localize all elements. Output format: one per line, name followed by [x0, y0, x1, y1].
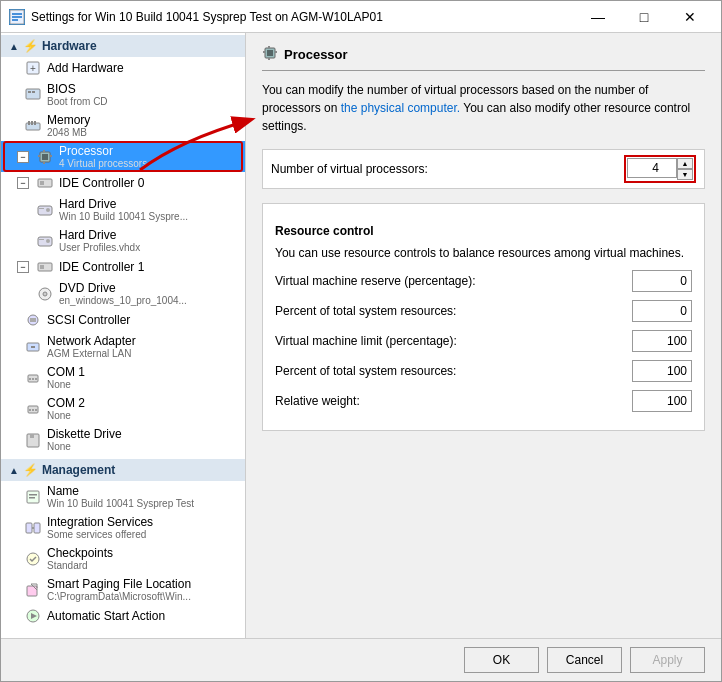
ide1-icon [37, 259, 53, 275]
ide0-icon [37, 175, 53, 191]
sidebar-item-ide0[interactable]: − IDE Controller 0 [1, 172, 245, 194]
management-alert-icon: ⚡ [23, 463, 38, 477]
diskette-label: Diskette Drive [47, 427, 122, 441]
memory-sub: 2048 MB [47, 127, 90, 138]
cancel-button[interactable]: Cancel [547, 647, 622, 673]
ide1-expand-icon[interactable]: − [17, 261, 29, 273]
integration-sub: Some services offered [47, 529, 153, 540]
auto-start-icon [25, 608, 41, 624]
svg-point-30 [43, 292, 47, 296]
name-sub: Win 10 Build 10041 Sysprep Test [47, 498, 194, 509]
svg-point-37 [32, 378, 34, 380]
scsi-label: SCSI Controller [47, 313, 130, 327]
diskette-sub: None [47, 441, 122, 452]
resource-control-desc: You can use resource controls to balance… [275, 246, 692, 260]
smart-paging-icon [25, 582, 41, 598]
virtual-processors-down[interactable]: ▼ [677, 169, 693, 180]
total-reserve-input[interactable] [632, 300, 692, 322]
svg-rect-26 [39, 239, 44, 240]
close-button[interactable]: ✕ [667, 1, 713, 33]
com2-label: COM 2 [47, 396, 85, 410]
relative-weight-input[interactable] [632, 390, 692, 412]
checkpoint-icon [25, 551, 41, 567]
svg-rect-15 [38, 155, 40, 157]
maximize-button[interactable]: □ [621, 1, 667, 33]
sidebar-item-name[interactable]: Name Win 10 Build 10041 Sysprep Test [1, 481, 245, 512]
sidebar-item-com1[interactable]: COM 1 None [1, 362, 245, 393]
com2-sub: None [47, 410, 85, 421]
smart-paging-label: Smart Paging File Location [47, 577, 191, 591]
virtual-processors-spinners: ▲ ▼ [677, 158, 693, 180]
network-label: Network Adapter [47, 334, 136, 348]
integration-label: Integration Services [47, 515, 153, 529]
virtual-processors-highlight: ▲ ▼ [624, 155, 696, 183]
minimize-button[interactable]: — [575, 1, 621, 33]
sidebar-item-com2[interactable]: COM 2 None [1, 393, 245, 424]
sidebar-item-checkpoints[interactable]: Checkpoints Standard [1, 543, 245, 574]
total-reserve-row: Percent of total system resources: [275, 300, 692, 322]
svg-rect-11 [31, 121, 33, 125]
vm-limit-input[interactable] [632, 330, 692, 352]
svg-rect-60 [268, 58, 270, 60]
sidebar-item-hdd2[interactable]: Hard Drive User Profiles.vhdx [1, 225, 245, 256]
diskette-icon [25, 432, 41, 448]
panel-title-bar: Processor [262, 45, 705, 71]
management-group-header: ▲ ⚡ Management [1, 459, 245, 481]
sidebar-item-dvd[interactable]: DVD Drive en_windows_10_pro_1004... [1, 278, 245, 309]
hdd1-icon [37, 202, 53, 218]
total-limit-row: Percent of total system resources: [275, 360, 692, 382]
sidebar-item-network[interactable]: Network Adapter AGM External LAN [1, 331, 245, 362]
hardware-group-header: ▲ ⚡ Hardware [1, 35, 245, 57]
com1-sub: None [47, 379, 85, 390]
virtual-processors-input[interactable] [627, 158, 677, 178]
processor-icon [37, 149, 53, 165]
svg-rect-12 [34, 121, 36, 125]
resource-control-title: Resource control [275, 224, 692, 238]
sidebar-item-scsi[interactable]: SCSI Controller [1, 309, 245, 331]
auto-start-label: Automatic Start Action [47, 609, 165, 623]
sidebar-item-bios[interactable]: BIOS Boot from CD [1, 79, 245, 110]
svg-rect-46 [29, 494, 37, 496]
sidebar-item-integration[interactable]: Integration Services Some services offer… [1, 512, 245, 543]
virtual-processors-label: Number of virtual processors: [271, 162, 624, 176]
apply-button[interactable]: Apply [630, 647, 705, 673]
sidebar-item-auto-start[interactable]: Automatic Start Action [1, 605, 245, 627]
hardware-collapse-icon: ▲ [9, 41, 19, 52]
ide0-label: IDE Controller 0 [59, 176, 144, 190]
total-limit-input[interactable] [632, 360, 692, 382]
sidebar-item-smart-paging[interactable]: Smart Paging File Location C:\ProgramDat… [1, 574, 245, 605]
svg-rect-16 [50, 155, 52, 157]
virtual-processors-up[interactable]: ▲ [677, 158, 693, 169]
svg-text:+: + [30, 63, 36, 74]
main-panel: Processor You can modify the number of v… [246, 33, 721, 638]
svg-rect-32 [30, 318, 36, 322]
com1-icon [25, 370, 41, 386]
svg-point-42 [35, 409, 37, 411]
svg-rect-34 [31, 346, 35, 348]
sidebar-item-add-hardware[interactable]: + Add Hardware [1, 57, 245, 79]
vm-limit-row: Virtual machine limit (percentage): [275, 330, 692, 352]
content-area: ▲ ⚡ Hardware + Add Hardware BIOS [1, 33, 721, 638]
vm-reserve-row: Virtual machine reserve (percentage): [275, 270, 692, 292]
checkpoints-sub: Standard [47, 560, 113, 571]
svg-rect-49 [34, 523, 40, 533]
panel-cpu-icon [262, 45, 278, 64]
sidebar-item-memory[interactable]: Memory 2048 MB [1, 110, 245, 141]
window-controls: — □ ✕ [575, 1, 713, 33]
sidebar-item-hdd1[interactable]: Hard Drive Win 10 Build 10041 Syspre... [1, 194, 245, 225]
ide0-expand-icon[interactable]: − [17, 177, 29, 189]
com1-label: COM 1 [47, 365, 85, 379]
name-label: Name [47, 484, 194, 498]
sidebar-item-processor[interactable]: − Processor 4 Virtual processors [1, 141, 245, 172]
sidebar-item-ide1[interactable]: − IDE Controller 1 [1, 256, 245, 278]
svg-rect-1 [12, 13, 22, 15]
hdd1-label: Hard Drive [59, 197, 188, 211]
ok-button[interactable]: OK [464, 647, 539, 673]
checkpoints-label: Checkpoints [47, 546, 113, 560]
button-bar: OK Cancel Apply [1, 638, 721, 681]
sidebar-item-diskette[interactable]: Diskette Drive None [1, 424, 245, 455]
processor-expand-icon[interactable]: − [17, 151, 29, 163]
svg-rect-6 [26, 89, 40, 99]
svg-rect-44 [30, 434, 34, 438]
vm-reserve-input[interactable] [632, 270, 692, 292]
